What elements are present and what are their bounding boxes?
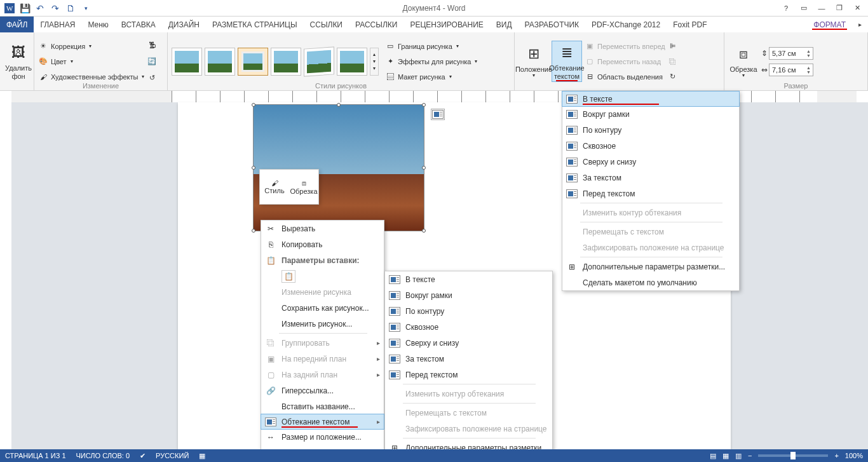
paste-option-icon[interactable]: 📋: [261, 268, 384, 284]
ctx-wrap[interactable]: Обтекание текстом▸: [261, 414, 384, 430]
change-picture-button[interactable]: 🔄: [147, 55, 157, 69]
ribbon-wrap-square[interactable]: Вокруг рамки: [562, 106, 739, 122]
tab-home[interactable]: ГЛАВНАЯ: [34, 17, 81, 32]
ribbon-wrap-inline[interactable]: В тексте: [562, 91, 740, 107]
ctx-save_pic[interactable]: Сохранить как рисунок...: [261, 300, 384, 316]
new-document-icon[interactable]: 🗋: [64, 1, 78, 15]
ribbon-wrap-tight[interactable]: По контуру: [562, 122, 739, 138]
color-button[interactable]: 🎨Цвет▾: [38, 55, 144, 69]
ribbon-wrap-more[interactable]: ⊞Дополнительные параметры разметки...: [562, 259, 739, 275]
tab-mailings[interactable]: РАССЫЛКИ: [349, 17, 403, 32]
height-input[interactable]: 5,37 см▲▼: [769, 47, 813, 60]
tab-design[interactable]: ДИЗАЙН: [162, 17, 206, 32]
ctx-hyperlink[interactable]: 🔗Гиперссылка...: [261, 383, 384, 398]
align-button[interactable]: ⊫: [668, 39, 678, 53]
tab-review[interactable]: РЕЦЕНЗИРОВАНИЕ: [403, 17, 489, 32]
spin-down-icon[interactable]: ▼: [804, 53, 813, 58]
remove-background-button[interactable]: 🖼 Удалить фон: [4, 41, 33, 81]
tab-format[interactable]: ФОРМАТ: [807, 17, 852, 32]
zoom-slider[interactable]: [758, 454, 828, 457]
status-words[interactable]: ЧИСЛО СЛОВ: 0: [76, 452, 130, 459]
styles-scroll-up-icon[interactable]: ▴: [373, 51, 376, 57]
status-language[interactable]: РУССКИЙ: [156, 452, 189, 459]
ribbon-wrap-front[interactable]: Перед текстом: [562, 186, 739, 201]
view-read-icon[interactable]: ▤: [710, 452, 716, 460]
ctx-cut[interactable]: ✂Вырезать: [261, 221, 384, 236]
picture-style-6[interactable]: [337, 48, 367, 76]
wrap-sub-inline[interactable]: В тексте: [385, 271, 552, 287]
wrap-sub-square[interactable]: Вокруг рамки: [385, 287, 552, 303]
send-backward-button[interactable]: ▢Переместить назад: [585, 55, 665, 69]
picture-style-2[interactable]: [205, 48, 235, 76]
wrap-sub-through[interactable]: Сквозное: [385, 319, 552, 335]
compress-button[interactable]: 🗜: [147, 38, 157, 52]
tab-overflow-icon[interactable]: ▸: [852, 17, 868, 32]
tab-file[interactable]: ФАЙЛ: [0, 17, 34, 32]
corrections-button[interactable]: ☀Коррекция▾: [38, 39, 144, 53]
styles-scroll-down-icon[interactable]: ▾: [373, 58, 376, 64]
width-input[interactable]: 7,16 см▲▼: [769, 64, 813, 76]
selection-pane-button[interactable]: ⊟Область выделения: [585, 70, 665, 84]
view-print-icon[interactable]: ▦: [722, 452, 729, 460]
position-button[interactable]: ⊞ Положение ▾: [519, 43, 549, 80]
picture-style-3[interactable]: [238, 48, 268, 76]
wrap-sub-tight[interactable]: По контуру: [385, 303, 552, 319]
color-icon: 🎨: [38, 57, 48, 67]
rotate-button[interactable]: ↻: [668, 70, 678, 84]
bring-forward-button[interactable]: ▣Переместить вперед: [585, 39, 665, 53]
vertical-ruler[interactable]: [0, 102, 11, 450]
picture-style-5[interactable]: [304, 46, 334, 76]
zoom-level[interactable]: 100%: [845, 452, 863, 459]
mini-crop-button[interactable]: ⧈Обрезка: [289, 170, 318, 204]
close-icon[interactable]: ✕: [849, 1, 865, 15]
picture-effects-button[interactable]: ✦Эффекты для рисунка▾: [385, 55, 477, 69]
picture-border-button[interactable]: ▭Граница рисунка▾: [385, 39, 477, 53]
undo-icon[interactable]: ↶: [33, 1, 47, 15]
tab-references[interactable]: ССЫЛКИ: [304, 17, 349, 32]
mini-style-button[interactable]: 🖌Стиль: [260, 170, 289, 204]
wrap-sub-front[interactable]: Перед текстом: [385, 367, 552, 383]
tab-developer[interactable]: РАЗРАБОТЧИК: [519, 17, 586, 32]
tab-layout[interactable]: РАЗМЕТКА СТРАНИЦЫ: [206, 17, 304, 32]
layout-options-icon[interactable]: [431, 109, 445, 120]
restore-icon[interactable]: ❐: [831, 1, 848, 15]
ctx-sizepos[interactable]: ↔Размер и положение...: [261, 429, 384, 445]
minimize-icon[interactable]: —: [813, 1, 830, 15]
view-web-icon[interactable]: ▥: [735, 452, 742, 460]
tab-menu[interactable]: Меню: [81, 17, 114, 32]
ctx-edit_pic[interactable]: Изменить рисунок...: [261, 316, 384, 332]
picture-style-4[interactable]: [271, 48, 301, 76]
save-icon[interactable]: 💾: [18, 1, 32, 15]
ribbon-options-icon[interactable]: ▭: [796, 1, 812, 15]
tab-view[interactable]: ВИД: [490, 17, 519, 32]
styles-more-icon[interactable]: ▾: [373, 65, 376, 71]
selected-picture[interactable]: [253, 104, 424, 231]
tab-pdf-xchange[interactable]: PDF-XChange 2012: [585, 17, 667, 32]
wrap-sub-behind[interactable]: За текстом: [385, 351, 552, 367]
zoom-out-icon[interactable]: −: [748, 452, 752, 459]
ribbon-wrap-topbot[interactable]: Сверху и снизу: [562, 154, 739, 170]
ribbon-wrap-behind[interactable]: За текстом: [562, 170, 739, 186]
status-page[interactable]: СТРАНИЦА 1 ИЗ 1: [5, 452, 66, 459]
tab-foxit[interactable]: Foxit PDF: [667, 17, 713, 32]
group-button[interactable]: ⿻: [668, 55, 678, 69]
crop-button[interactable]: ⧈ Обрезка ▾: [728, 43, 759, 80]
qat-customize-icon[interactable]: ▾: [79, 1, 93, 15]
status-proofing-icon[interactable]: ✔: [140, 452, 146, 460]
ribbon-wrap-through[interactable]: Сквозное: [562, 138, 739, 154]
tab-insert[interactable]: ВСТАВКА: [115, 17, 162, 32]
status-macro-icon[interactable]: ▦: [199, 452, 205, 460]
ctx-caption[interactable]: Вставить название...: [261, 398, 384, 414]
spin-up-icon[interactable]: ▲: [804, 65, 813, 70]
zoom-in-icon[interactable]: +: [834, 452, 838, 459]
redo-icon[interactable]: ↷: [48, 1, 62, 15]
picture-style-1[interactable]: [172, 48, 202, 76]
ctx-copy[interactable]: ⎘Копировать: [261, 236, 384, 252]
wrap-sub-topbot[interactable]: Сверху и снизу: [385, 335, 552, 351]
ribbon-wrap-default[interactable]: Сделать макетом по умолчанию: [562, 275, 739, 290]
spin-down-icon[interactable]: ▼: [804, 70, 813, 74]
help-icon[interactable]: ?: [778, 1, 794, 15]
wrap-text-button[interactable]: ≣ Обтекание текстом: [552, 41, 582, 81]
word-app-icon[interactable]: W: [3, 1, 17, 15]
spin-up-icon[interactable]: ▲: [804, 49, 813, 53]
